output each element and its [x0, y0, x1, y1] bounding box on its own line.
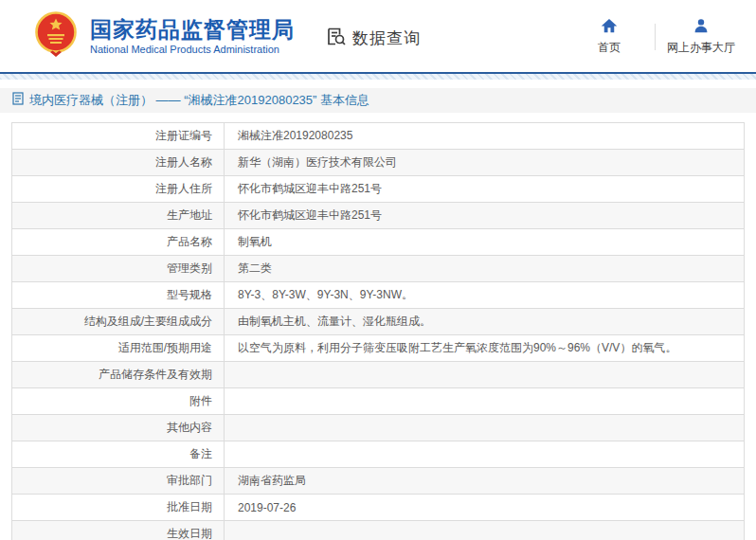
page-title-bar: 境内医疗器械（注册） —— “湘械注准20192080235” 基本信息 [0, 88, 756, 113]
table-row: 注册证编号 湘械注准20192080235 [12, 123, 744, 150]
table-row: 备注 [12, 441, 744, 468]
nav-home-label: 首页 [598, 40, 621, 56]
row-label: 注册人住所 [155, 181, 212, 197]
row-label: 型号规格 [167, 287, 212, 303]
table-row: 批准日期 2019-07-26 [12, 495, 744, 521]
table-row: 注册人名称 新华（湖南）医疗技术有限公司 [12, 150, 744, 176]
page-title: 境内医疗器械（注册） —— “湘械注准20192080235” 基本信息 [29, 92, 369, 109]
row-value: 8Y-3、8Y-3W、9Y-3N、9Y-3NW。 [225, 282, 744, 308]
nav-item-home[interactable]: 首页 [564, 18, 655, 56]
row-label: 审批部门 [167, 473, 212, 489]
data-query-label: 数据查询 [352, 27, 421, 49]
row-label: 附件 [189, 393, 212, 409]
agency-name-en: National Medical Products Administration [90, 44, 295, 55]
top-nav: 首页 网上办事大厅 [564, 18, 747, 56]
row-label: 生效日期 [167, 526, 212, 540]
national-emblem-icon [34, 9, 78, 63]
table-row: 生产地址 怀化市鹤城区迎丰中路251号 [12, 203, 744, 229]
site-header: 国家药品监督管理局 National Medical Products Admi… [0, 0, 756, 72]
row-label: 管理类别 [167, 261, 212, 277]
registration-info-table: 注册证编号 湘械注准20192080235 注册人名称 新华（湖南）医疗技术有限… [11, 122, 745, 540]
table-row: 型号规格 8Y-3、8Y-3W、9Y-3N、9Y-3NW。 [12, 282, 744, 309]
agency-names: 国家药品监督管理局 National Medical Products Admi… [90, 17, 295, 55]
row-value: 怀化市鹤城区迎丰中路251号 [225, 203, 744, 228]
row-value: 由制氧机主机、流量计、湿化瓶组成。 [225, 309, 744, 334]
row-value: 湘械注准20192080235 [225, 123, 744, 149]
agency-logo-link[interactable]: 国家药品监督管理局 National Medical Products Admi… [34, 9, 295, 63]
table-row: 结构及组成/主要组成成分 由制氧机主机、流量计、湿化瓶组成。 [12, 309, 744, 335]
row-value: 第二类 [225, 256, 744, 281]
row-value [225, 388, 744, 414]
row-value: 新华（湖南）医疗技术有限公司 [225, 150, 744, 175]
table-row: 产品储存条件及有效期 [12, 362, 744, 388]
row-value: 怀化市鹤城区迎丰中路251号 [225, 176, 744, 202]
row-label: 产品储存条件及有效期 [99, 367, 212, 383]
data-query-section[interactable]: 数据查询 [325, 26, 421, 51]
home-icon [601, 18, 618, 36]
agency-name-cn: 国家药品监督管理局 [90, 17, 295, 42]
document-icon [12, 92, 24, 109]
row-label: 结构及组成/主要组成成分 [84, 314, 212, 330]
table-row: 适用范围/预期用途 以空气为原料，利用分子筛变压吸附工艺生产氧浓度范围为90%～… [12, 335, 744, 362]
row-label: 其他内容 [167, 420, 212, 436]
table-row: 生效日期 [12, 521, 744, 540]
row-label: 注册人名称 [155, 154, 212, 171]
person-icon [693, 18, 709, 36]
table-row: 附件 [12, 388, 744, 415]
row-value: 以空气为原料，利用分子筛变压吸附工艺生产氧浓度范围为90%～96%（V/V）的氧… [225, 335, 744, 361]
table-row: 管理类别 第二类 [12, 256, 744, 282]
row-label: 产品名称 [167, 234, 212, 250]
row-label: 适用范围/预期用途 [118, 340, 212, 356]
row-label: 备注 [189, 446, 212, 462]
row-label: 生产地址 [167, 207, 212, 224]
row-value: 2019-07-26 [225, 495, 744, 520]
row-value [225, 521, 744, 540]
table-row: 产品名称 制氧机 [12, 229, 744, 256]
header-striped-band [0, 74, 756, 80]
row-value [225, 415, 744, 441]
table-row: 审批部门 湖南省药监局 [12, 468, 744, 495]
nav-service-hall-label: 网上办事大厅 [667, 40, 735, 56]
document-search-icon [325, 26, 347, 51]
row-value [225, 441, 744, 467]
nav-item-service-hall[interactable]: 网上办事大厅 [656, 18, 747, 56]
table-row: 其他内容 [12, 415, 744, 441]
row-value: 制氧机 [225, 229, 744, 255]
table-row: 注册人住所 怀化市鹤城区迎丰中路251号 [12, 176, 744, 203]
row-label: 注册证编号 [155, 128, 212, 144]
row-label: 批准日期 [167, 499, 212, 515]
row-value: 湖南省药监局 [225, 468, 744, 494]
row-value [225, 362, 744, 387]
